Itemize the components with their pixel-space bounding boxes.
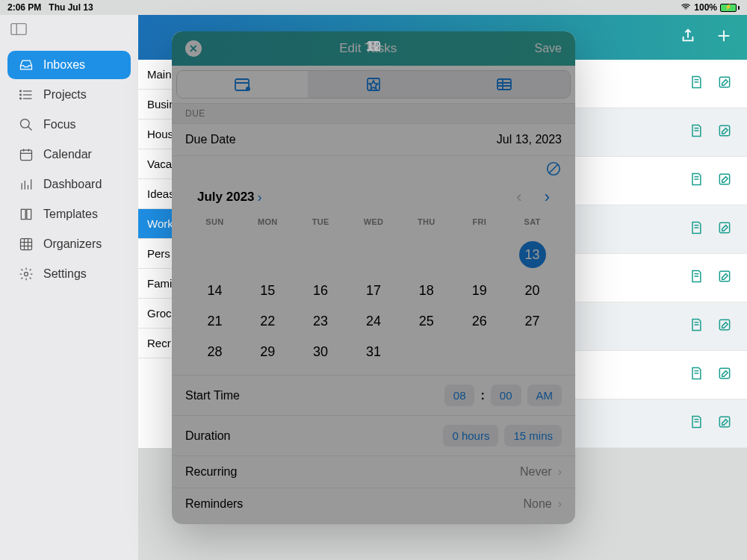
edit-task-modal: ✕ Edit Tasks Save + DUE Due Date Jul 13,…: [172, 31, 575, 524]
note-icon[interactable]: [689, 366, 704, 384]
inbox-icon: [18, 57, 34, 72]
gear-icon: [18, 267, 34, 281]
svg-point-6: [20, 94, 22, 96]
grid-icon: [18, 237, 34, 252]
sidebar-item-label: Organizers: [43, 237, 102, 251]
svg-rect-0: [11, 24, 26, 35]
add-icon[interactable]: [716, 28, 732, 47]
barchart-icon: [18, 177, 34, 192]
svg-rect-39: [719, 223, 729, 232]
edit-icon[interactable]: [717, 220, 732, 238]
list-icon: [18, 87, 34, 102]
sidebar-item-label: Dashboard: [43, 178, 102, 191]
edit-icon[interactable]: [717, 366, 732, 384]
status-date: Thu Jul 13: [49, 2, 93, 13]
calendar: July 2023 › ‹ › SUNMONTUEWEDTHUFRISAT123…: [172, 180, 575, 375]
note-icon[interactable]: [689, 269, 704, 287]
note-icon[interactable]: [689, 317, 704, 335]
svg-rect-20: [21, 239, 32, 250]
sidebar-item-dashboard[interactable]: Dashboard: [7, 170, 131, 199]
svg-point-5: [20, 90, 22, 92]
svg-rect-48: [719, 368, 729, 378]
svg-rect-45: [719, 320, 729, 329]
note-icon[interactable]: [689, 414, 704, 432]
sidebar-item-label: Calendar: [43, 148, 92, 161]
svg-rect-19: [27, 209, 31, 219]
edit-icon[interactable]: [717, 75, 732, 93]
sidebar-toggle-icon[interactable]: [0, 22, 138, 49]
svg-rect-36: [719, 174, 729, 184]
sidebar-item-calendar[interactable]: Calendar: [7, 140, 131, 169]
svg-rect-33: [719, 125, 729, 135]
sidebar-item-templates[interactable]: Templates: [7, 200, 131, 228]
svg-point-8: [21, 119, 30, 128]
sidebar-item-label: Templates: [43, 208, 98, 221]
calendar-icon: [18, 147, 34, 162]
svg-line-9: [28, 127, 32, 131]
status-bar: 2:06 PM Thu Jul 13 100% ⚡: [0, 0, 747, 15]
status-time: 2:06 PM: [7, 2, 41, 13]
templates-icon: [18, 207, 34, 222]
edit-icon[interactable]: [717, 414, 732, 432]
wifi-icon: [681, 1, 691, 14]
share-icon[interactable]: [680, 28, 696, 47]
sidebar-item-label: Projects: [43, 88, 87, 102]
sidebar-item-settings[interactable]: Settings: [7, 260, 131, 288]
battery-percent: 100%: [694, 2, 717, 13]
note-icon[interactable]: [689, 123, 704, 141]
edit-icon[interactable]: [717, 317, 732, 335]
svg-rect-42: [719, 271, 729, 281]
edit-icon[interactable]: [717, 123, 732, 141]
edit-icon[interactable]: [717, 172, 732, 190]
sidebar: Inboxes Projects Focus Calendar Dashboar…: [0, 15, 138, 560]
calendar-day[interactable]: 12: [172, 31, 575, 524]
svg-rect-18: [21, 209, 25, 219]
note-icon[interactable]: [689, 75, 704, 93]
svg-point-7: [20, 98, 22, 99]
sidebar-item-projects[interactable]: Projects: [7, 81, 131, 109]
svg-rect-30: [719, 77, 729, 87]
svg-rect-10: [21, 150, 32, 160]
sidebar-item-label: Focus: [43, 118, 76, 131]
note-icon[interactable]: [689, 172, 704, 190]
sidebar-item-inboxes[interactable]: Inboxes: [7, 51, 131, 79]
edit-icon[interactable]: [717, 269, 732, 287]
sidebar-item-organizers[interactable]: Organizers: [7, 230, 131, 258]
note-icon[interactable]: [689, 220, 704, 238]
sidebar-item-label: Settings: [43, 267, 87, 281]
magnify-icon: [18, 117, 34, 132]
sidebar-item-label: Inboxes: [43, 58, 85, 72]
svg-point-25: [25, 273, 28, 276]
battery-icon: ⚡: [720, 4, 740, 12]
svg-rect-51: [719, 417, 729, 426]
sidebar-item-focus[interactable]: Focus: [7, 111, 131, 139]
